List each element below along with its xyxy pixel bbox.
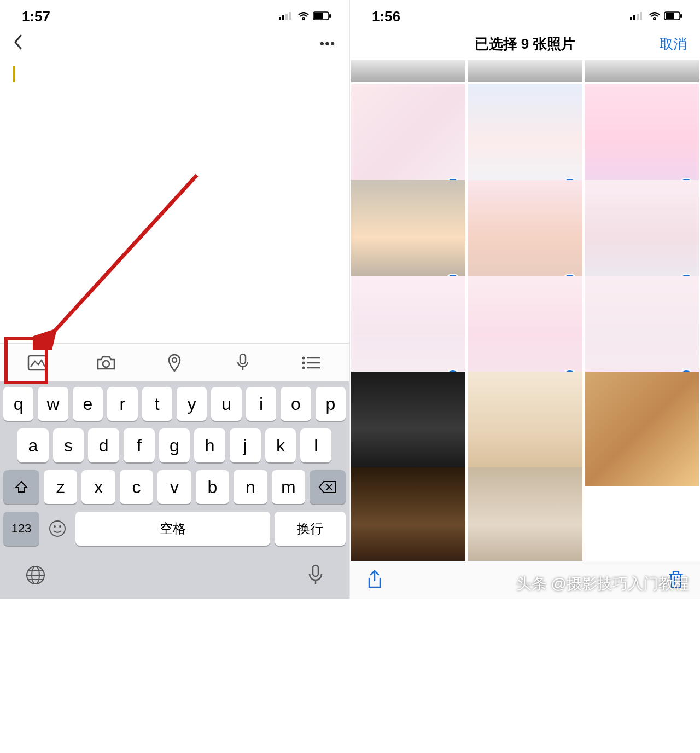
svg-rect-33: [666, 13, 674, 19]
svg-rect-30: [640, 12, 642, 20]
photo-image: [351, 467, 465, 561]
svg-rect-26: [313, 565, 318, 576]
svg-rect-11: [240, 354, 246, 364]
key-l[interactable]: l: [300, 428, 331, 462]
svg-point-18: [50, 521, 65, 536]
photo-thumb[interactable]: [468, 60, 582, 82]
key-v[interactable]: v: [158, 470, 191, 504]
status-icons: [279, 11, 332, 21]
svg-point-20: [59, 525, 61, 528]
key-e[interactable]: e: [73, 387, 103, 421]
svg-point-16: [302, 366, 305, 369]
key-f[interactable]: f: [124, 428, 155, 462]
backspace-key[interactable]: [310, 470, 346, 504]
cancel-button[interactable]: 取消: [660, 35, 687, 53]
svg-rect-6: [314, 13, 323, 19]
battery-icon: [313, 11, 332, 21]
wifi-icon: [298, 12, 310, 21]
status-time: 1:57: [22, 8, 50, 25]
nav-bar: •••: [0, 27, 349, 60]
key-h[interactable]: h: [194, 428, 225, 462]
key-s[interactable]: s: [53, 428, 84, 462]
photo-grid[interactable]: [350, 60, 700, 561]
key-b[interactable]: b: [196, 470, 229, 504]
photo-image: [351, 60, 465, 82]
svg-rect-32: [680, 14, 682, 18]
photo-image: [585, 60, 699, 82]
key-n[interactable]: n: [234, 470, 267, 504]
key-i[interactable]: i: [246, 387, 276, 421]
photo-thumb[interactable]: [585, 60, 699, 82]
photo-image: [468, 60, 582, 82]
keyboard-row-1: qwertyuiop: [3, 387, 346, 421]
svg-rect-5: [329, 14, 331, 18]
key-a[interactable]: a: [18, 428, 49, 462]
numeric-key[interactable]: 123: [3, 512, 39, 546]
key-j[interactable]: j: [230, 428, 261, 462]
key-w[interactable]: w: [38, 387, 68, 421]
emoji-key[interactable]: [44, 512, 71, 546]
svg-rect-27: [630, 17, 632, 20]
dictation-key[interactable]: [307, 564, 324, 588]
signal-icon: [279, 12, 294, 21]
photo-image: [585, 372, 699, 486]
keyboard-bottom-row: [3, 553, 346, 596]
key-c[interactable]: c: [120, 470, 153, 504]
key-x[interactable]: x: [81, 470, 115, 504]
location-button[interactable]: [158, 348, 191, 378]
battery-icon: [664, 11, 684, 21]
svg-point-19: [54, 525, 56, 528]
photo-thumb[interactable]: [585, 372, 699, 486]
mic-button[interactable]: [226, 348, 259, 378]
more-button[interactable]: •••: [320, 37, 336, 51]
text-cursor: [13, 66, 15, 82]
signal-icon: [630, 12, 645, 21]
keyboard-row-3: zxcvbnm: [3, 470, 346, 504]
svg-rect-28: [633, 15, 635, 20]
svg-point-14: [302, 361, 305, 364]
svg-rect-3: [289, 12, 291, 20]
space-key[interactable]: 空格: [75, 512, 270, 546]
svg-point-10: [172, 358, 177, 362]
status-bar: 1:57: [0, 0, 349, 27]
watermark: 头条 @摄影技巧入门教程: [516, 574, 689, 594]
photo-image: [468, 467, 582, 561]
photo-thumb[interactable]: [468, 467, 582, 561]
status-time: 1:56: [372, 8, 400, 25]
list-button[interactable]: [295, 348, 328, 378]
key-r[interactable]: r: [107, 387, 137, 421]
camera-button[interactable]: [90, 348, 122, 378]
svg-point-9: [103, 361, 109, 367]
key-d[interactable]: d: [88, 428, 119, 462]
picker-nav-bar: 已选择 9 张照片 取消: [350, 27, 700, 60]
photo-thumb[interactable]: [351, 60, 465, 82]
status-icons: [630, 11, 684, 21]
key-t[interactable]: t: [142, 387, 172, 421]
back-button[interactable]: [13, 32, 24, 55]
status-bar: 1:56: [350, 0, 700, 27]
key-p[interactable]: p: [316, 387, 346, 421]
keyboard-row-2: asdfghjkl: [3, 428, 346, 462]
key-m[interactable]: m: [272, 470, 305, 504]
key-k[interactable]: k: [265, 428, 296, 462]
compose-text-area[interactable]: [0, 60, 349, 343]
svg-rect-1: [282, 15, 284, 20]
key-o[interactable]: o: [281, 387, 311, 421]
svg-rect-0: [279, 17, 281, 20]
key-z[interactable]: z: [44, 470, 77, 504]
picker-title: 已选择 9 张照片: [475, 34, 576, 54]
svg-rect-29: [637, 14, 639, 20]
key-u[interactable]: u: [211, 387, 241, 421]
globe-key[interactable]: [25, 565, 46, 588]
shift-key[interactable]: [3, 470, 39, 504]
key-y[interactable]: y: [177, 387, 207, 421]
photo-thumb[interactable]: [351, 467, 465, 561]
svg-point-12: [302, 356, 305, 359]
annotation-highlight: [4, 337, 48, 384]
keyboard[interactable]: qwertyuiop asdfghjkl zxcvbnm 123 空格 换行: [0, 381, 349, 599]
key-g[interactable]: g: [159, 428, 190, 462]
key-q[interactable]: q: [3, 387, 33, 421]
share-button[interactable]: [366, 570, 383, 592]
keyboard-row-4: 123 空格 换行: [3, 512, 346, 546]
return-key[interactable]: 换行: [275, 512, 346, 546]
